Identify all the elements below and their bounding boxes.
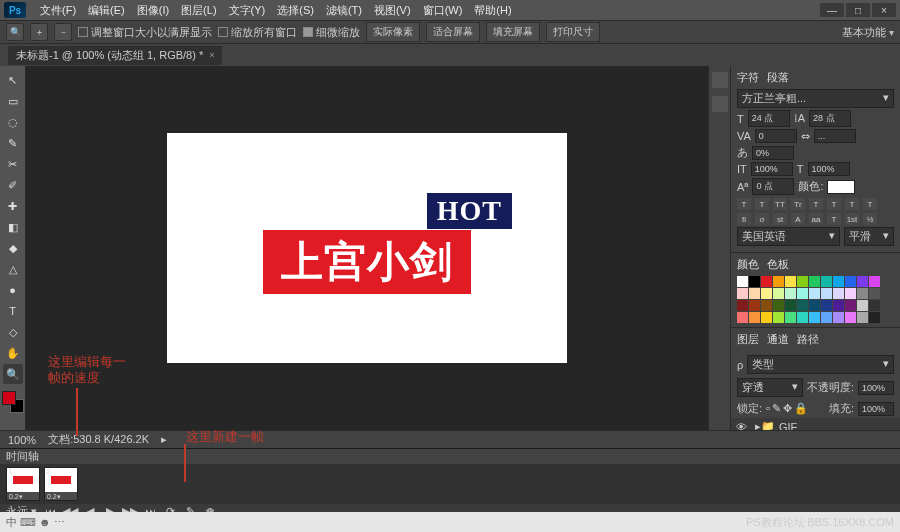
ot-titling[interactable]: T [827,213,841,225]
zoom-in-icon[interactable]: ＋ [30,23,48,41]
swatch[interactable] [785,288,796,299]
frame-delay[interactable]: 0.2▾ [47,493,61,501]
hscale-input[interactable]: 100% [808,162,850,176]
swatch[interactable] [857,288,868,299]
text-color-swatch[interactable] [827,180,855,194]
ot-ligatures[interactable]: fi [737,213,751,225]
subscript[interactable]: T [827,198,841,210]
zoom-all-check[interactable]: 缩放所有窗口 [218,25,297,40]
swatch[interactable] [869,300,880,311]
swatch[interactable] [761,276,772,287]
swatch[interactable] [761,312,772,323]
menu-help[interactable]: 帮助(H) [468,3,517,18]
swatch[interactable] [821,288,832,299]
swatch[interactable] [809,288,820,299]
window-close[interactable]: × [872,3,896,17]
tab-swatches[interactable]: 色板 [767,257,789,272]
swatch[interactable] [797,288,808,299]
ot-ordinals[interactable]: 1st [845,213,859,225]
swatch[interactable] [737,300,748,311]
swatch[interactable] [749,312,760,323]
swatch[interactable] [857,312,868,323]
resize-window-check[interactable]: 调整窗口大小以满屏显示 [78,25,212,40]
print-size-button[interactable]: 打印尺寸 [546,22,600,42]
swatch[interactable] [869,312,880,323]
small-caps[interactable]: Tr [791,198,805,210]
menu-layer[interactable]: 图层(L) [175,3,222,18]
swatch[interactable] [833,300,844,311]
menu-type[interactable]: 文字(Y) [223,3,272,18]
swatch[interactable] [773,312,784,323]
menu-file[interactable]: 文件(F) [34,3,82,18]
wand-tool[interactable]: ✎ [3,133,23,153]
antialias-select[interactable]: 平滑▾ [844,227,894,246]
swatch[interactable] [761,288,772,299]
tracking-input[interactable]: ... [814,129,856,143]
swatch[interactable] [737,288,748,299]
baseline-input[interactable]: 0 点 [752,178,794,195]
crop-tool[interactable]: ✂ [3,154,23,174]
close-tab-icon[interactable]: × [209,50,214,60]
superscript[interactable]: T [809,198,823,210]
ot-swash[interactable]: A [791,213,805,225]
heal-tool[interactable]: ✚ [3,196,23,216]
eraser-tool[interactable]: △ [3,259,23,279]
zoom-tool[interactable]: 🔍 [3,364,23,384]
tab-paragraph[interactable]: 段落 [767,70,789,85]
font-size-input[interactable]: 24 点 [748,110,790,127]
strike[interactable]: T [863,198,877,210]
menu-filter[interactable]: 滤镜(T) [320,3,368,18]
swatch[interactable] [773,276,784,287]
swatch[interactable] [749,276,760,287]
blend-mode-select[interactable]: 穿透▾ [737,378,803,397]
tab-layers[interactable]: 图层 [737,332,759,347]
gradient-tool[interactable]: ● [3,280,23,300]
language-select[interactable]: 美国英语▾ [737,227,840,246]
swatch[interactable] [749,288,760,299]
window-maximize[interactable]: □ [846,3,870,17]
kerning-input[interactable]: 0 [755,129,797,143]
ot-fractions[interactable]: ½ [863,213,877,225]
swatch[interactable] [773,288,784,299]
swatch[interactable] [785,312,796,323]
scale-input[interactable]: 0% [752,146,794,160]
window-minimize[interactable]: — [820,3,844,17]
faux-italic[interactable]: T [755,198,769,210]
frame-delay[interactable]: 0.2▾ [9,493,23,501]
move-tool[interactable]: ↖ [3,70,23,90]
document-tab[interactable]: 未标题-1 @ 100% (动态组 1, RGB/8) * × [8,46,222,65]
swatch[interactable] [833,276,844,287]
swatch[interactable] [809,300,820,311]
font-family-select[interactable]: 方正兰亭粗...▾ [737,89,894,108]
menu-window[interactable]: 窗口(W) [417,3,469,18]
swatch[interactable] [809,276,820,287]
vscale-input[interactable]: 100% [751,162,793,176]
timeline-frame[interactable]: 20.2▾ [44,467,78,501]
zoom-out-icon[interactable]: － [54,23,72,41]
swatch-grid[interactable] [737,276,894,323]
leading-input[interactable]: 28 点 [809,110,851,127]
swatch[interactable] [869,288,880,299]
fill-input[interactable]: 100% [858,402,894,416]
ot-contextual[interactable]: σ [755,213,769,225]
swatch[interactable] [737,312,748,323]
menu-select[interactable]: 选择(S) [271,3,320,18]
swatch[interactable] [821,312,832,323]
swatch[interactable] [869,276,880,287]
lock-icons[interactable]: ▫✎✥🔒 [766,402,808,415]
swatch[interactable] [845,300,856,311]
menu-image[interactable]: 图像(I) [131,3,175,18]
doc-info[interactable]: 文档:530.8 K/426.2K [48,432,149,447]
zoom-tool-icon[interactable]: 🔍 [6,23,24,41]
ime-indicator[interactable]: 中 ⌨ ☻ ⋯ [6,515,65,530]
type-tool[interactable]: T [3,301,23,321]
ot-discretionary[interactable]: st [773,213,787,225]
brush-tool[interactable]: ◧ [3,217,23,237]
hand-tool[interactable]: ✋ [3,343,23,363]
timeline-tab[interactable]: 时间轴 [6,449,39,464]
fit-screen-button[interactable]: 适合屏幕 [426,22,480,42]
ot-stylistic[interactable]: aa [809,213,823,225]
all-caps[interactable]: TT [773,198,787,210]
swatch[interactable] [833,312,844,323]
swatch[interactable] [797,312,808,323]
